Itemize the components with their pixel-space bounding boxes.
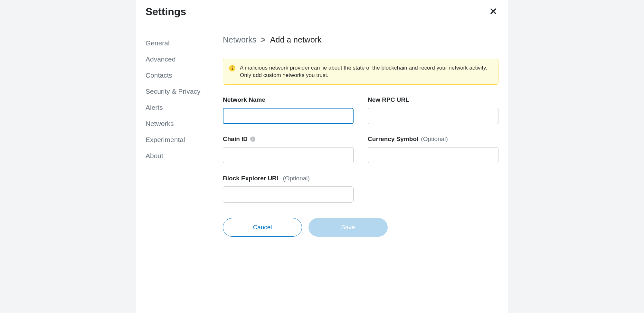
form-grid: Network Name New RPC URL Chain ID (223, 96, 498, 203)
close-icon (489, 7, 497, 15)
label-rpc-url: New RPC URL (368, 96, 409, 103)
optional-block-explorer: (Optional) (283, 175, 309, 182)
sidebar-item-general[interactable]: General (146, 35, 213, 51)
sidebar-item-advanced[interactable]: Advanced (146, 51, 213, 67)
svg-rect-4 (232, 68, 233, 70)
svg-point-3 (232, 66, 233, 67)
modal-header: Settings (136, 0, 508, 26)
label-network-name: Network Name (223, 96, 265, 103)
svg-point-6 (252, 138, 253, 138)
sidebar-item-contacts[interactable]: Contacts (146, 67, 213, 83)
button-row: Cancel Save (223, 218, 498, 237)
modal-title: Settings (146, 6, 186, 18)
breadcrumb: Networks > Add a network (223, 35, 498, 51)
breadcrumb-networks[interactable]: Networks (223, 35, 256, 44)
label-chain-id: Chain ID (223, 136, 248, 143)
input-block-explorer[interactable] (223, 186, 354, 203)
input-network-name[interactable] (223, 108, 354, 124)
field-network-name: Network Name (223, 96, 354, 124)
cancel-button[interactable]: Cancel (223, 218, 302, 237)
field-currency-symbol: Currency Symbol (Optional) (368, 136, 498, 163)
warning-text: A malicious network provider can lie abo… (240, 64, 492, 79)
field-rpc-url: New RPC URL (368, 96, 498, 124)
sidebar-item-alerts[interactable]: Alerts (146, 100, 213, 116)
input-currency-symbol[interactable] (368, 147, 498, 163)
save-button[interactable]: Save (308, 218, 388, 237)
info-warning-icon (229, 65, 235, 71)
input-chain-id[interactable] (223, 147, 354, 163)
field-chain-id: Chain ID (223, 136, 354, 163)
field-block-explorer: Block Explorer URL (Optional) (223, 175, 354, 203)
settings-sidebar: General Advanced Contacts Security & Pri… (136, 26, 213, 246)
label-currency-symbol: Currency Symbol (368, 136, 418, 143)
input-rpc-url[interactable] (368, 108, 498, 124)
modal-body: General Advanced Contacts Security & Pri… (136, 26, 508, 246)
content-area: Networks > Add a network A malicious net… (213, 26, 508, 246)
close-button[interactable] (488, 5, 498, 18)
sidebar-item-networks[interactable]: Networks (146, 116, 213, 132)
optional-currency-symbol: (Optional) (421, 136, 448, 143)
info-icon[interactable] (250, 137, 255, 142)
sidebar-item-security-privacy[interactable]: Security & Privacy (146, 83, 213, 100)
sidebar-item-experimental[interactable]: Experimental (146, 132, 213, 148)
svg-rect-7 (252, 139, 253, 141)
warning-banner: A malicious network provider can lie abo… (223, 59, 498, 85)
sidebar-item-about[interactable]: About (146, 148, 213, 164)
label-block-explorer: Block Explorer URL (223, 175, 280, 182)
settings-modal: Settings General Advanced Contacts Secur… (136, 0, 508, 313)
breadcrumb-separator: > (261, 35, 266, 44)
breadcrumb-current: Add a network (270, 35, 322, 44)
